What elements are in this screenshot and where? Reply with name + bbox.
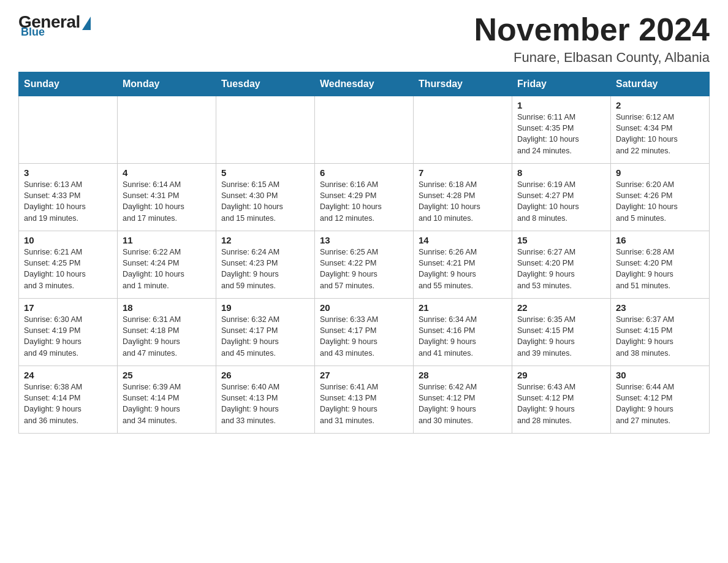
calendar-week-row: 24Sunrise: 6:38 AM Sunset: 4:14 PM Dayli… [19,366,710,434]
calendar-cell: 10Sunrise: 6:21 AM Sunset: 4:25 PM Dayli… [19,231,118,299]
day-number: 4 [123,167,211,178]
day-info: Sunrise: 6:11 AM Sunset: 4:35 PM Dayligh… [517,112,605,156]
day-info: Sunrise: 6:31 AM Sunset: 4:18 PM Dayligh… [123,314,211,359]
calendar-cell: 5Sunrise: 6:15 AM Sunset: 4:30 PM Daylig… [216,164,315,231]
calendar-header-monday: Monday [118,72,216,96]
logo-triangle-icon [82,17,91,30]
calendar-header-wednesday: Wednesday [315,72,414,96]
day-number: 17 [24,302,112,313]
calendar-cell: 13Sunrise: 6:25 AM Sunset: 4:22 PM Dayli… [315,231,414,299]
calendar-cell [414,96,512,164]
calendar-cell: 24Sunrise: 6:38 AM Sunset: 4:14 PM Dayli… [19,366,118,434]
day-info: Sunrise: 6:41 AM Sunset: 4:13 PM Dayligh… [320,381,408,426]
day-number: 14 [419,235,507,245]
day-number: 27 [320,370,408,380]
day-number: 23 [616,302,704,313]
calendar-cell: 25Sunrise: 6:39 AM Sunset: 4:14 PM Dayli… [118,366,216,434]
calendar-cell: 16Sunrise: 6:28 AM Sunset: 4:20 PM Dayli… [611,231,710,299]
calendar-cell: 1Sunrise: 6:11 AM Sunset: 4:35 PM Daylig… [512,96,611,164]
day-info: Sunrise: 6:27 AM Sunset: 4:20 PM Dayligh… [517,247,605,291]
day-info: Sunrise: 6:14 AM Sunset: 4:31 PM Dayligh… [123,179,211,224]
day-info: Sunrise: 6:20 AM Sunset: 4:26 PM Dayligh… [616,179,704,224]
day-number: 1 [517,100,605,110]
day-info: Sunrise: 6:19 AM Sunset: 4:27 PM Dayligh… [517,179,605,224]
day-info: Sunrise: 6:18 AM Sunset: 4:28 PM Dayligh… [419,179,507,224]
day-info: Sunrise: 6:12 AM Sunset: 4:34 PM Dayligh… [616,112,704,156]
day-info: Sunrise: 6:40 AM Sunset: 4:13 PM Dayligh… [221,381,309,426]
calendar-cell: 7Sunrise: 6:18 AM Sunset: 4:28 PM Daylig… [414,164,512,231]
day-info: Sunrise: 6:28 AM Sunset: 4:20 PM Dayligh… [616,247,704,291]
day-number: 19 [221,302,309,313]
calendar-cell [216,96,315,164]
calendar-cell: 4Sunrise: 6:14 AM Sunset: 4:31 PM Daylig… [118,164,216,231]
day-number: 15 [517,235,605,245]
calendar-week-row: 3Sunrise: 6:13 AM Sunset: 4:33 PM Daylig… [19,164,710,231]
day-number: 11 [123,235,211,245]
calendar-cell: 17Sunrise: 6:30 AM Sunset: 4:19 PM Dayli… [19,299,118,366]
day-info: Sunrise: 6:16 AM Sunset: 4:29 PM Dayligh… [320,179,408,224]
calendar-cell: 2Sunrise: 6:12 AM Sunset: 4:34 PM Daylig… [611,96,710,164]
calendar-cell: 9Sunrise: 6:20 AM Sunset: 4:26 PM Daylig… [611,164,710,231]
day-number: 21 [419,302,507,313]
page-header: General Blue November 2024 Funare, Elbas… [18,12,710,66]
calendar-cell: 21Sunrise: 6:34 AM Sunset: 4:16 PM Dayli… [414,299,512,366]
day-number: 5 [221,167,309,178]
day-number: 24 [24,370,112,380]
calendar-header-row: SundayMondayTuesdayWednesdayThursdayFrid… [19,72,710,96]
day-number: 9 [616,167,704,178]
day-info: Sunrise: 6:44 AM Sunset: 4:12 PM Dayligh… [616,381,704,426]
calendar-header-tuesday: Tuesday [216,72,315,96]
calendar-cell: 23Sunrise: 6:37 AM Sunset: 4:15 PM Dayli… [611,299,710,366]
day-number: 20 [320,302,408,313]
day-number: 10 [24,235,112,245]
calendar-cell: 20Sunrise: 6:33 AM Sunset: 4:17 PM Dayli… [315,299,414,366]
logo: General Blue [18,12,91,39]
calendar-cell: 15Sunrise: 6:27 AM Sunset: 4:20 PM Dayli… [512,231,611,299]
day-info: Sunrise: 6:42 AM Sunset: 4:12 PM Dayligh… [419,381,507,426]
day-number: 26 [221,370,309,380]
day-info: Sunrise: 6:24 AM Sunset: 4:23 PM Dayligh… [221,247,309,291]
calendar-header-saturday: Saturday [611,72,710,96]
day-info: Sunrise: 6:30 AM Sunset: 4:19 PM Dayligh… [24,314,112,359]
calendar-header-thursday: Thursday [414,72,512,96]
day-number: 18 [123,302,211,313]
calendar-cell [19,96,118,164]
day-info: Sunrise: 6:21 AM Sunset: 4:25 PM Dayligh… [24,247,112,291]
day-number: 13 [320,235,408,245]
day-info: Sunrise: 6:35 AM Sunset: 4:15 PM Dayligh… [517,314,605,359]
calendar-cell: 3Sunrise: 6:13 AM Sunset: 4:33 PM Daylig… [19,164,118,231]
day-info: Sunrise: 6:32 AM Sunset: 4:17 PM Dayligh… [221,314,309,359]
day-info: Sunrise: 6:39 AM Sunset: 4:14 PM Dayligh… [123,381,211,426]
day-number: 16 [616,235,704,245]
calendar-cell: 18Sunrise: 6:31 AM Sunset: 4:18 PM Dayli… [118,299,216,366]
calendar-cell [118,96,216,164]
day-info: Sunrise: 6:43 AM Sunset: 4:12 PM Dayligh… [517,381,605,426]
day-number: 30 [616,370,704,380]
calendar-week-row: 1Sunrise: 6:11 AM Sunset: 4:35 PM Daylig… [19,96,710,164]
day-info: Sunrise: 6:25 AM Sunset: 4:22 PM Dayligh… [320,247,408,291]
day-info: Sunrise: 6:34 AM Sunset: 4:16 PM Dayligh… [419,314,507,359]
day-number: 25 [123,370,211,380]
day-info: Sunrise: 6:26 AM Sunset: 4:21 PM Dayligh… [419,247,507,291]
day-info: Sunrise: 6:15 AM Sunset: 4:30 PM Dayligh… [221,179,309,224]
day-number: 12 [221,235,309,245]
calendar-cell: 29Sunrise: 6:43 AM Sunset: 4:12 PM Dayli… [512,366,611,434]
day-info: Sunrise: 6:33 AM Sunset: 4:17 PM Dayligh… [320,314,408,359]
day-number: 2 [616,100,704,110]
title-area: November 2024 Funare, Elbasan County, Al… [474,12,710,66]
calendar-cell: 14Sunrise: 6:26 AM Sunset: 4:21 PM Dayli… [414,231,512,299]
day-info: Sunrise: 6:22 AM Sunset: 4:24 PM Dayligh… [123,247,211,291]
calendar-header-friday: Friday [512,72,611,96]
logo-blue-text: Blue [21,26,45,39]
calendar-cell: 30Sunrise: 6:44 AM Sunset: 4:12 PM Dayli… [611,366,710,434]
calendar-cell: 11Sunrise: 6:22 AM Sunset: 4:24 PM Dayli… [118,231,216,299]
calendar-cell: 26Sunrise: 6:40 AM Sunset: 4:13 PM Dayli… [216,366,315,434]
location-title: Funare, Elbasan County, Albania [474,50,710,66]
day-info: Sunrise: 6:38 AM Sunset: 4:14 PM Dayligh… [24,381,112,426]
day-number: 3 [24,167,112,178]
day-info: Sunrise: 6:37 AM Sunset: 4:15 PM Dayligh… [616,314,704,359]
calendar-table: SundayMondayTuesdayWednesdayThursdayFrid… [18,72,710,434]
calendar-cell: 22Sunrise: 6:35 AM Sunset: 4:15 PM Dayli… [512,299,611,366]
calendar-week-row: 17Sunrise: 6:30 AM Sunset: 4:19 PM Dayli… [19,299,710,366]
day-number: 29 [517,370,605,380]
